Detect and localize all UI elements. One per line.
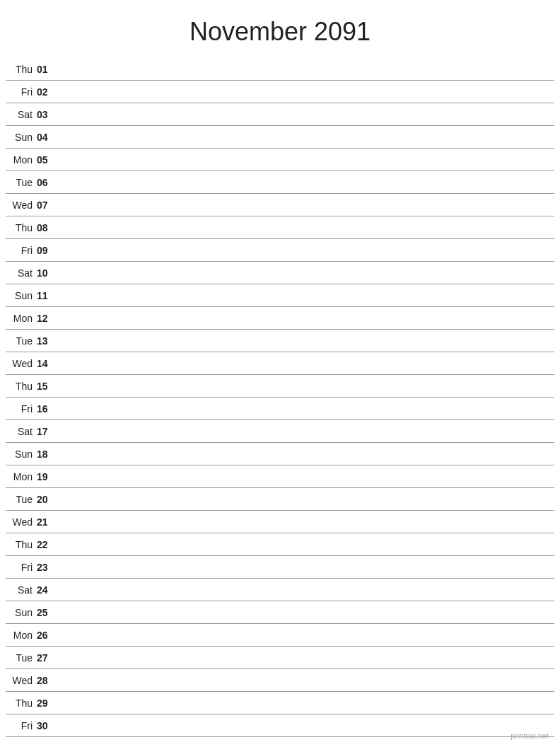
day-row: Fri23 xyxy=(6,556,554,579)
day-row: Fri30 xyxy=(6,714,554,737)
day-row: Mon26 xyxy=(6,624,554,647)
day-name: Fri xyxy=(6,245,37,256)
day-row: Sun25 xyxy=(6,601,554,624)
day-name: Thu xyxy=(6,697,37,709)
day-name: Wed xyxy=(6,516,37,528)
day-name: Mon xyxy=(6,471,37,482)
day-name: Thu xyxy=(6,381,37,392)
day-number: 13 xyxy=(37,335,58,347)
day-number: 07 xyxy=(37,199,58,211)
day-number: 15 xyxy=(37,381,58,392)
day-name: Sat xyxy=(6,267,37,279)
day-row: Thu01 xyxy=(6,58,554,81)
day-number: 09 xyxy=(37,245,58,256)
day-row: Mon19 xyxy=(6,465,554,488)
day-name: Tue xyxy=(6,335,37,347)
day-number: 18 xyxy=(37,448,58,460)
day-row: Tue27 xyxy=(6,647,554,669)
day-number: 14 xyxy=(37,358,58,369)
day-number: 22 xyxy=(37,539,58,550)
day-row: Sun11 xyxy=(6,284,554,307)
day-name: Thu xyxy=(6,64,37,75)
day-name: Wed xyxy=(6,358,37,369)
day-row: Fri09 xyxy=(6,239,554,262)
day-number: 23 xyxy=(37,562,58,573)
day-number: 05 xyxy=(37,154,58,166)
day-number: 21 xyxy=(37,516,58,528)
day-row: Sat10 xyxy=(6,262,554,284)
calendar-grid: Thu01Fri02Sat03Sun04Mon05Tue06Wed07Thu08… xyxy=(0,58,560,737)
day-number: 04 xyxy=(37,132,58,143)
day-name: Mon xyxy=(6,630,37,641)
day-row: Sat17 xyxy=(6,420,554,443)
day-number: 06 xyxy=(37,177,58,188)
day-name: Sun xyxy=(6,132,37,143)
day-name: Tue xyxy=(6,652,37,664)
day-name: Tue xyxy=(6,494,37,505)
day-name: Fri xyxy=(6,403,37,415)
day-name: Sun xyxy=(6,290,37,301)
day-name: Thu xyxy=(6,539,37,550)
day-number: 28 xyxy=(37,675,58,686)
day-name: Thu xyxy=(6,222,37,233)
day-number: 11 xyxy=(37,290,58,301)
day-name: Sat xyxy=(6,584,37,596)
day-row: Tue13 xyxy=(6,330,554,352)
day-number: 12 xyxy=(37,313,58,324)
day-number: 10 xyxy=(37,267,58,279)
day-row: Wed21 xyxy=(6,511,554,533)
day-row: Sat24 xyxy=(6,579,554,601)
day-number: 24 xyxy=(37,584,58,596)
day-number: 30 xyxy=(37,720,58,731)
day-name: Sun xyxy=(6,607,37,618)
day-row: Wed28 xyxy=(6,669,554,692)
day-number: 01 xyxy=(37,64,58,75)
day-number: 20 xyxy=(37,494,58,505)
day-name: Tue xyxy=(6,177,37,188)
day-name: Sat xyxy=(6,426,37,437)
day-row: Wed07 xyxy=(6,194,554,216)
day-name: Sat xyxy=(6,109,37,120)
day-number: 17 xyxy=(37,426,58,437)
day-row: Sun18 xyxy=(6,443,554,465)
day-number: 03 xyxy=(37,109,58,120)
day-number: 29 xyxy=(37,697,58,709)
day-row: Fri02 xyxy=(6,81,554,103)
day-name: Fri xyxy=(6,86,37,98)
day-name: Mon xyxy=(6,154,37,166)
page-title: November 2091 xyxy=(0,0,560,58)
day-name: Fri xyxy=(6,720,37,731)
day-row: Tue20 xyxy=(6,488,554,511)
day-number: 19 xyxy=(37,471,58,482)
day-name: Mon xyxy=(6,313,37,324)
day-row: Thu29 xyxy=(6,692,554,714)
day-row: Thu22 xyxy=(6,533,554,556)
day-name: Sun xyxy=(6,448,37,460)
day-number: 26 xyxy=(37,630,58,641)
day-row: Mon05 xyxy=(6,149,554,171)
day-number: 27 xyxy=(37,652,58,664)
day-row: Sun04 xyxy=(6,126,554,149)
day-row: Tue06 xyxy=(6,171,554,194)
day-name: Wed xyxy=(6,199,37,211)
day-row: Sat03 xyxy=(6,103,554,126)
watermark: printcal.net xyxy=(511,731,549,740)
day-row: Wed14 xyxy=(6,352,554,375)
day-row: Mon12 xyxy=(6,307,554,330)
day-row: Thu08 xyxy=(6,216,554,239)
day-number: 25 xyxy=(37,607,58,618)
day-name: Wed xyxy=(6,675,37,686)
day-number: 16 xyxy=(37,403,58,415)
day-row: Fri16 xyxy=(6,398,554,420)
day-row: Thu15 xyxy=(6,375,554,398)
day-name: Fri xyxy=(6,562,37,573)
day-number: 08 xyxy=(37,222,58,233)
day-number: 02 xyxy=(37,86,58,98)
